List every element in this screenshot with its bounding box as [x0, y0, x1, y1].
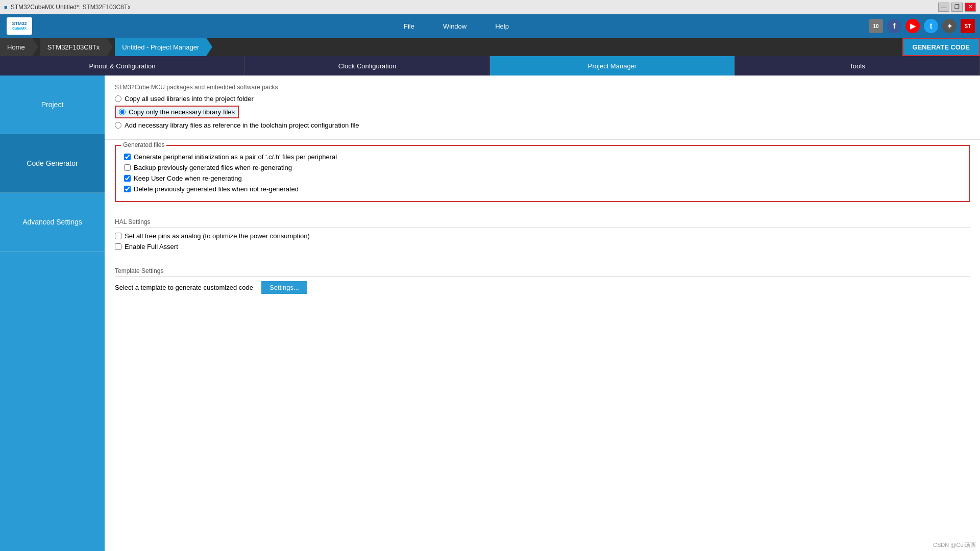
checkbox-full-assert[interactable]: Enable Full Assert [115, 243, 970, 251]
checkbox-backup[interactable]: Backup previously generated files when r… [124, 164, 961, 171]
generated-files-checkboxes: Generate peripheral initialization as a … [124, 153, 961, 193]
checkbox-keep-user-code-input[interactable] [124, 175, 131, 182]
tab-bar: Pinout & Configuration Clock Configurati… [0, 56, 980, 76]
close-button[interactable]: ✕ [965, 3, 976, 12]
tab-project-manager[interactable]: Project Manager [490, 56, 735, 76]
facebook-icon[interactable]: f [887, 19, 901, 33]
checkbox-full-assert-label: Enable Full Assert [125, 243, 178, 251]
logo-cube: CubeMX [12, 27, 27, 31]
breadcrumb-home[interactable]: Home [0, 38, 32, 56]
checkbox-pair-files-label: Generate peripheral initialization as a … [134, 153, 337, 161]
template-row: Select a template to generate customized… [115, 281, 970, 294]
radio-copy-all-input[interactable] [115, 95, 121, 102]
generated-files-section: Generated files Generate peripheral init… [115, 145, 970, 202]
hal-section: HAL Settings Set all free pins as analog… [105, 212, 980, 261]
menu-items: File Window Help [44, 20, 869, 32]
radio-add-reference-label: Add necessary library files as reference… [125, 121, 359, 129]
checkbox-delete-prev[interactable]: Delete previously generated files when n… [124, 185, 961, 193]
checkbox-backup-label: Backup previously generated files when r… [134, 164, 292, 171]
twitter-icon[interactable]: t [924, 19, 938, 33]
breadcrumb-project[interactable]: Untitled - Project Manager [115, 38, 206, 56]
template-label: Select a template to generate customized… [115, 284, 253, 291]
checkbox-pair-files-input[interactable] [124, 154, 131, 160]
radio-copy-all[interactable]: Copy all used libraries into the project… [115, 95, 970, 103]
radio-copy-all-label: Copy all used libraries into the project… [125, 95, 254, 103]
sidebar-item-code-generator[interactable]: Code Generator [0, 134, 105, 193]
title-bar: ■ STM32CubeMX Untitled*: STM32F103C8Tx —… [0, 0, 980, 14]
version-badge: 10 [869, 19, 883, 33]
window-title: STM32CubeMX Untitled*: STM32F103C8Tx [11, 4, 131, 11]
checkbox-free-pins-label: Set all free pins as analog (to optimize… [125, 232, 310, 240]
tab-clock[interactable]: Clock Configuration [245, 56, 490, 76]
template-title: Template Settings [115, 267, 970, 277]
tab-tools[interactable]: Tools [735, 56, 980, 76]
breadcrumb-arrow-2 [107, 38, 113, 56]
menu-file[interactable]: File [400, 20, 419, 32]
title-bar-left: ■ STM32CubeMX Untitled*: STM32F103C8Tx [4, 4, 131, 11]
network-icon[interactable]: ✦ [942, 19, 957, 33]
generate-code-button[interactable]: GENERATE CODE [902, 38, 980, 56]
checkbox-backup-input[interactable] [124, 164, 131, 171]
generated-files-legend: Generated files [121, 141, 166, 148]
minimize-button[interactable]: — [938, 3, 949, 12]
checkbox-free-pins-input[interactable] [115, 233, 121, 239]
radio-copy-necessary-label: Copy only the necessary library files [129, 108, 235, 116]
logo: STM32 CubeMX [5, 17, 34, 35]
restore-button[interactable]: ❐ [951, 3, 963, 12]
sidebar-item-project[interactable]: Project [0, 76, 105, 134]
sidebar: Project Code Generator Advanced Settings [0, 76, 105, 551]
st-icon[interactable]: ST [961, 19, 975, 33]
radio-copy-necessary-input[interactable] [119, 109, 126, 115]
checkbox-free-pins[interactable]: Set all free pins as analog (to optimize… [115, 232, 970, 240]
radio-copy-necessary[interactable]: Copy only the necessary library files [115, 106, 239, 118]
radio-add-reference[interactable]: Add necessary library files as reference… [115, 121, 970, 129]
breadcrumb-arrow-3 [206, 38, 212, 56]
packages-section: STM32Cube MCU packages and embedded soft… [105, 76, 980, 140]
radio-add-reference-input[interactable] [115, 122, 121, 129]
logo-box: STM32 CubeMX [7, 17, 32, 35]
menu-help[interactable]: Help [491, 20, 513, 32]
checkbox-delete-prev-label: Delete previously generated files when n… [134, 185, 299, 193]
packages-title: STM32Cube MCU packages and embedded soft… [115, 84, 970, 91]
hal-title: HAL Settings [115, 218, 970, 228]
menu-window[interactable]: Window [439, 20, 471, 32]
settings-button[interactable]: Settings... [261, 281, 307, 294]
menu-bar: STM32 CubeMX File Window Help 10 f ▶ t ✦… [0, 14, 980, 38]
breadcrumb-chip[interactable]: STM32F103C8Tx [40, 38, 107, 56]
content-area: STM32Cube MCU packages and embedded soft… [105, 76, 980, 551]
checkbox-keep-user-code[interactable]: Keep User Code when re-generating [124, 174, 961, 182]
checkbox-delete-prev-input[interactable] [124, 186, 131, 192]
checkbox-full-assert-input[interactable] [115, 243, 121, 250]
radio-group-packages: Copy all used libraries into the project… [115, 95, 970, 129]
watermark: CSDN @Cui汤西 [933, 541, 976, 549]
logo-stm: STM32 [12, 21, 27, 27]
youtube-icon[interactable]: ▶ [905, 19, 920, 33]
sidebar-item-advanced-settings[interactable]: Advanced Settings [0, 193, 105, 252]
menu-right: 10 f ▶ t ✦ ST [869, 19, 975, 33]
title-bar-controls: — ❐ ✕ [938, 3, 976, 12]
checkbox-pair-files[interactable]: Generate peripheral initialization as a … [124, 153, 961, 161]
breadcrumb-bar: Home STM32F103C8Tx Untitled - Project Ma… [0, 38, 980, 56]
hal-checkboxes: Set all free pins as analog (to optimize… [115, 232, 970, 251]
tab-pinout[interactable]: Pinout & Configuration [0, 56, 245, 76]
breadcrumb-arrow-1 [32, 38, 38, 56]
checkbox-keep-user-code-label: Keep User Code when re-generating [134, 174, 242, 182]
main-layout: Project Code Generator Advanced Settings… [0, 76, 980, 551]
template-section: Template Settings Select a template to g… [105, 261, 980, 300]
